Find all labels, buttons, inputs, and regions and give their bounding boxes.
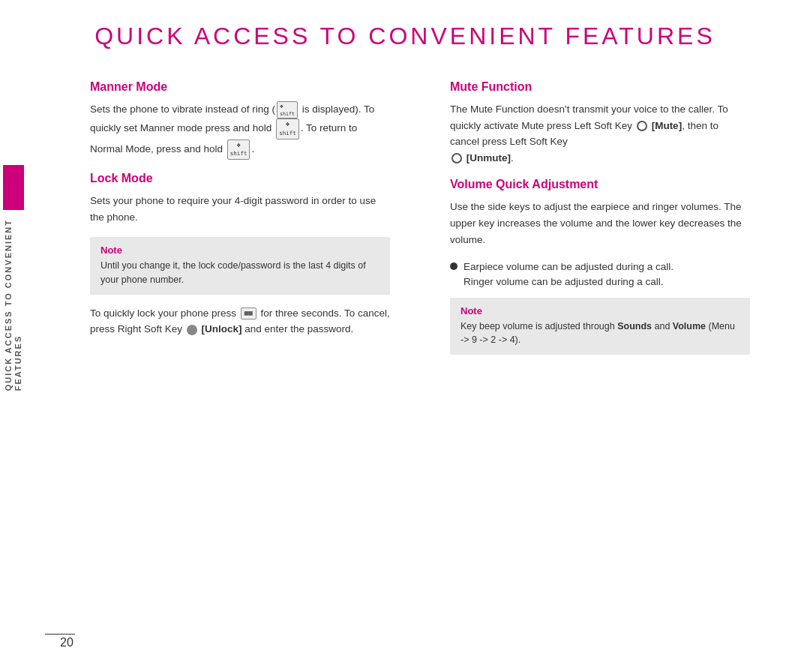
- page-divider: [45, 634, 75, 634]
- volume-adjustment-title: Volume Quick Adjustment: [450, 178, 750, 191]
- volume-text: Volume: [673, 321, 706, 332]
- page-container: QUICK ACCESS TO CONVENIENT FEATURES Mann…: [0, 0, 810, 672]
- sounds-text: Sounds: [617, 321, 652, 332]
- volume-bullet-list: Earpiece volume can be adjusted during a…: [450, 260, 750, 290]
- unmute-label: [Unmute]: [466, 152, 511, 164]
- lock-mode-body: Sets your phone to require your 4-digit …: [90, 193, 390, 225]
- content-grid: Manner Mode Sets the phone to vibrate in…: [90, 80, 750, 365]
- lock-mode-body2: To quickly lock your phone press ▦▦ for …: [90, 305, 390, 338]
- lock-mode-title: Lock Mode: [90, 172, 390, 185]
- bullet-text-1: Earpiece volume can be adjusted during a…: [464, 260, 674, 290]
- star-shift-key-icon: ❖shift: [276, 118, 299, 139]
- page-number: 20: [60, 636, 74, 650]
- manner-mode-title: Manner Mode: [90, 80, 390, 94]
- note-text-1: Until you change it, the lock code/passw…: [100, 259, 380, 287]
- bullet-item-1: Earpiece volume can be adjusted during a…: [450, 260, 750, 290]
- note-label-2: Note: [460, 305, 740, 316]
- page-title: QUICK ACCESS TO CONVENIENT FEATURES: [60, 22, 750, 50]
- left-soft-key-unmute-icon: [452, 153, 462, 164]
- volume-adjustment-section: Volume Quick Adjustment Use the side key…: [450, 178, 750, 248]
- mute-label: [Mute]: [652, 120, 682, 131]
- mute-function-title: Mute Function: [450, 80, 750, 94]
- bullet-dot-1: [450, 262, 458, 270]
- manner-mode-section: Manner Mode Sets the phone to vibrate in…: [90, 80, 390, 160]
- hash-key-icon: ▦▦: [241, 308, 256, 320]
- note-label-1: Note: [100, 244, 380, 256]
- note-box-2: Note Key beep volume is adjusted through…: [450, 298, 750, 356]
- note-text-2: Key beep volume is adjusted through Soun…: [460, 320, 740, 348]
- mute-function-section: Mute Function The Mute Function doesn't …: [450, 80, 750, 166]
- vibrate-key-icon: ❖shift: [277, 101, 298, 118]
- star-shift-key-icon2: ❖shift: [227, 140, 250, 160]
- right-column: Mute Function The Mute Function doesn't …: [442, 80, 750, 365]
- left-soft-key-mute-icon: [637, 121, 647, 131]
- note-box-1: Note Until you change it, the lock code/…: [90, 237, 390, 295]
- lock-mode-section: Lock Mode Sets your phone to require you…: [90, 172, 390, 225]
- unlock-label: [Unlock]: [202, 323, 242, 334]
- volume-adjustment-body: Use the side keys to adjust the earpiece…: [450, 199, 750, 248]
- mute-function-body: The Mute Function doesn't transmit your …: [450, 101, 750, 166]
- left-column: Manner Mode Sets the phone to vibrate in…: [90, 80, 398, 365]
- right-soft-key-icon: [187, 325, 197, 335]
- manner-mode-body: Sets the phone to vibrate instead of rin…: [90, 101, 390, 160]
